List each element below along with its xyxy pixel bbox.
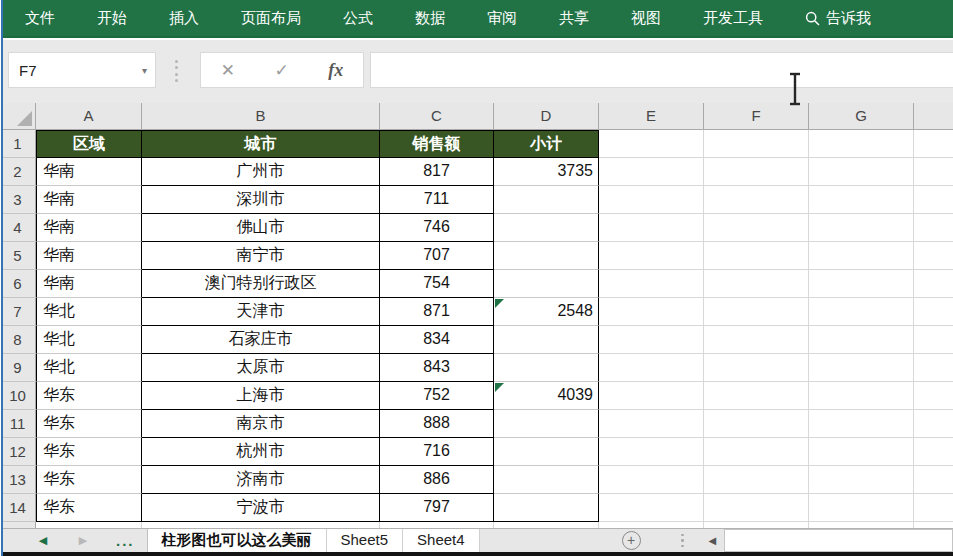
- cell-e14[interactable]: [599, 494, 704, 522]
- cell-g11[interactable]: [809, 410, 914, 438]
- cell-d6[interactable]: [494, 270, 599, 298]
- cell-a11[interactable]: 华东: [36, 410, 142, 438]
- sheet-tab-sheet5[interactable]: Sheet5: [327, 529, 404, 552]
- ribbon-tab-formulas[interactable]: 公式: [343, 9, 373, 28]
- sheet-nav-next-icon[interactable]: ▶: [76, 534, 90, 547]
- cell-g12[interactable]: [809, 438, 914, 466]
- cell-d8[interactable]: [494, 326, 599, 354]
- row-header-1[interactable]: 1: [0, 130, 36, 158]
- row-header-5[interactable]: 5: [0, 242, 36, 270]
- cell-partial[interactable]: [914, 270, 953, 298]
- cell-partial[interactable]: [914, 186, 953, 214]
- horizontal-scrollbar[interactable]: [724, 529, 953, 552]
- cell-f5[interactable]: [704, 242, 809, 270]
- row-header-7[interactable]: 7: [0, 298, 36, 326]
- cell-g4[interactable]: [809, 214, 914, 242]
- row-header-12[interactable]: 12: [0, 438, 36, 466]
- cell-d13[interactable]: [494, 466, 599, 494]
- name-box[interactable]: F7 ▾: [8, 52, 156, 88]
- ribbon-tab-developer[interactable]: 开发工具: [703, 9, 763, 28]
- cell-a5[interactable]: 华南: [36, 242, 142, 270]
- cell-d5[interactable]: [494, 242, 599, 270]
- cell-a10[interactable]: 华东: [36, 382, 142, 410]
- cell-a14[interactable]: 华东: [36, 494, 142, 522]
- column-header-f[interactable]: F: [704, 103, 809, 130]
- name-box-dropdown-icon[interactable]: ▾: [142, 65, 155, 76]
- sheet-tab-sheet4[interactable]: Sheet4: [403, 529, 480, 552]
- cell-a12[interactable]: 华东: [36, 438, 142, 466]
- cell-a13[interactable]: 华东: [36, 466, 142, 494]
- ribbon-tab-review[interactable]: 审阅: [487, 9, 517, 28]
- cell-d2[interactable]: 3735: [494, 158, 599, 186]
- cell-a3[interactable]: 华南: [36, 186, 142, 214]
- cell-e8[interactable]: [599, 326, 704, 354]
- row-header-14[interactable]: 14: [0, 494, 36, 522]
- cell-f7[interactable]: [704, 298, 809, 326]
- cell-d7[interactable]: 2548: [494, 298, 599, 326]
- ribbon-tab-data[interactable]: 数据: [415, 9, 445, 28]
- cancel-button[interactable]: ✕: [221, 60, 235, 81]
- cell-g10[interactable]: [809, 382, 914, 410]
- cell-partial[interactable]: [914, 382, 953, 410]
- cell-d11[interactable]: [494, 410, 599, 438]
- ribbon-tab-view[interactable]: 视图: [631, 9, 661, 28]
- cell-c10[interactable]: 752: [380, 382, 494, 410]
- cell-b10[interactable]: 上海市: [142, 382, 380, 410]
- formula-input[interactable]: [370, 52, 953, 88]
- cell-partial[interactable]: [914, 130, 953, 158]
- cell-c11[interactable]: 888: [380, 410, 494, 438]
- cell-e4[interactable]: [599, 214, 704, 242]
- cell-a4[interactable]: 华南: [36, 214, 142, 242]
- ribbon-tab-insert[interactable]: 插入: [169, 9, 199, 28]
- cell-d3[interactable]: [494, 186, 599, 214]
- cell-f6[interactable]: [704, 270, 809, 298]
- column-header-d[interactable]: D: [494, 103, 599, 130]
- cell-partial[interactable]: [914, 494, 953, 522]
- cell-e9[interactable]: [599, 354, 704, 382]
- cell-c6[interactable]: 754: [380, 270, 494, 298]
- cell-d12[interactable]: [494, 438, 599, 466]
- cell-e12[interactable]: [599, 438, 704, 466]
- cell-f2[interactable]: [704, 158, 809, 186]
- row-header-6[interactable]: 6: [0, 270, 36, 298]
- cell-b3[interactable]: 深圳市: [142, 186, 380, 214]
- cell-b4[interactable]: 佛山市: [142, 214, 380, 242]
- cell-partial[interactable]: [914, 410, 953, 438]
- cell-a8[interactable]: 华北: [36, 326, 142, 354]
- cell-d14[interactable]: [494, 494, 599, 522]
- row-header-3[interactable]: 3: [0, 186, 36, 214]
- cell-d9[interactable]: [494, 354, 599, 382]
- cell-b13[interactable]: 济南市: [142, 466, 380, 494]
- row-header-9[interactable]: 9: [0, 354, 36, 382]
- ribbon-tab-page-layout[interactable]: 页面布局: [241, 9, 301, 28]
- cell-c1[interactable]: 销售额: [380, 130, 494, 158]
- cell-e13[interactable]: [599, 466, 704, 494]
- cell-g9[interactable]: [809, 354, 914, 382]
- cell-c9[interactable]: 843: [380, 354, 494, 382]
- cell-b11[interactable]: 南京市: [142, 410, 380, 438]
- cell-d1[interactable]: 小计: [494, 130, 599, 158]
- cell-partial[interactable]: [914, 438, 953, 466]
- cell-d10[interactable]: 4039: [494, 382, 599, 410]
- cell-g3[interactable]: [809, 186, 914, 214]
- cell-g6[interactable]: [809, 270, 914, 298]
- cell-g5[interactable]: [809, 242, 914, 270]
- column-header-g[interactable]: G: [809, 103, 914, 130]
- cell-partial[interactable]: [914, 298, 953, 326]
- row-header-10[interactable]: 10: [0, 382, 36, 410]
- column-header-c[interactable]: C: [380, 103, 494, 130]
- cell-c14[interactable]: 797: [380, 494, 494, 522]
- cell-e1[interactable]: [599, 130, 704, 158]
- cell-a7[interactable]: 华北: [36, 298, 142, 326]
- cell-b14[interactable]: 宁波市: [142, 494, 380, 522]
- cell-b12[interactable]: 杭州市: [142, 438, 380, 466]
- cell-f10[interactable]: [704, 382, 809, 410]
- cell-partial[interactable]: [914, 158, 953, 186]
- cell-g1[interactable]: [809, 130, 914, 158]
- cell-f9[interactable]: [704, 354, 809, 382]
- cell-f4[interactable]: [704, 214, 809, 242]
- cell-g14[interactable]: [809, 494, 914, 522]
- cell-c2[interactable]: 817: [380, 158, 494, 186]
- cell-b2[interactable]: 广州市: [142, 158, 380, 186]
- cell-partial[interactable]: [914, 354, 953, 382]
